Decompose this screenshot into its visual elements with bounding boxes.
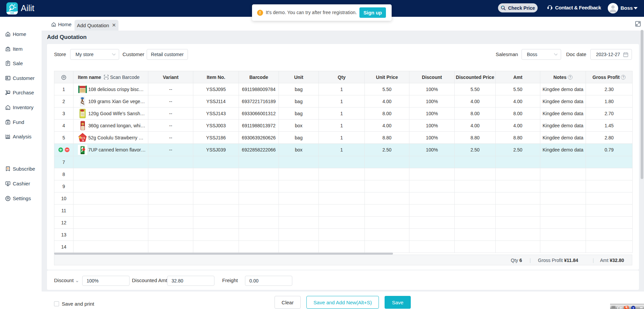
svg-text:CH: CH bbox=[617, 306, 623, 309]
svg-text:ココ: ココ bbox=[81, 137, 85, 139]
svg-text:?: ? bbox=[632, 307, 634, 309]
svg-text:Intl: Intl bbox=[10, 12, 14, 14]
